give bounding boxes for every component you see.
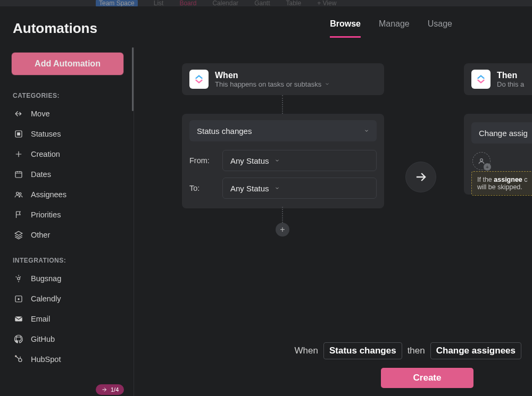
tab-manage[interactable]: Manage xyxy=(379,19,410,38)
sidebar-item-priorities[interactable]: Priorities xyxy=(12,205,125,225)
action-type-label: Change assig xyxy=(479,129,528,138)
svg-rect-2 xyxy=(15,172,22,178)
flow-arrow xyxy=(405,162,436,192)
create-button[interactable]: Create xyxy=(381,368,473,388)
view-list[interactable]: List xyxy=(154,0,164,6)
tab-usage[interactable]: Usage xyxy=(428,19,452,38)
sidebar-item-label: Bugsnag xyxy=(31,274,61,283)
sidebar-item-dates[interactable]: Dates xyxy=(12,164,125,184)
automation-canvas: When This happens on tasks or subtasks S… xyxy=(134,47,532,396)
action-card: Change assig + If the assignee c will be… xyxy=(464,114,532,195)
sidebar-scrollbar[interactable] xyxy=(132,47,134,111)
move-icon xyxy=(14,109,23,119)
view-board[interactable]: Board xyxy=(179,0,196,6)
sidebar-item-email[interactable]: Email xyxy=(12,309,125,329)
view-gantt[interactable]: Gantt xyxy=(254,0,270,6)
add-assignee-button[interactable]: + xyxy=(472,152,491,170)
then-title: Then xyxy=(497,71,524,80)
then-header-card[interactable]: Then Do this a xyxy=(464,63,532,95)
action-type-select[interactable]: Change assig xyxy=(471,122,532,144)
sidebar-item-assignees[interactable]: Assignees xyxy=(12,184,125,205)
clickup-icon xyxy=(189,70,209,89)
from-label: From: xyxy=(189,156,213,165)
space-badge[interactable]: Team Space xyxy=(96,0,138,6)
summary-when-pill[interactable]: Status changes xyxy=(323,342,402,359)
from-status-value: Any Status xyxy=(230,156,269,165)
view-table[interactable]: Table xyxy=(286,0,301,6)
summary-when-word: When xyxy=(295,346,318,356)
svg-point-11 xyxy=(480,159,483,162)
sidebar-item-label: Creation xyxy=(31,150,60,158)
bugsnag-icon xyxy=(14,274,23,283)
page-title: Automations xyxy=(13,20,97,37)
view-add[interactable]: + View xyxy=(317,0,336,6)
chevron-down-icon xyxy=(275,158,280,163)
sidebar-item-label: Calendly xyxy=(31,294,61,303)
plus-icon xyxy=(14,149,23,159)
summary-then-word: then xyxy=(408,346,425,356)
svg-point-9 xyxy=(19,359,22,362)
to-status-select[interactable]: Any Status xyxy=(222,178,377,199)
sidebar-item-hubspot[interactable]: HubSpot xyxy=(12,349,125,369)
sidebar-item-calendly[interactable]: Calendly xyxy=(12,289,125,309)
svg-point-10 xyxy=(15,356,16,357)
connector-line xyxy=(282,95,283,114)
then-subtitle: Do this a xyxy=(497,80,524,88)
from-status-select[interactable]: Any Status xyxy=(222,150,377,171)
clickup-icon xyxy=(471,70,491,89)
sidebar: Add Automation CATEGORIES: Move Statuses… xyxy=(0,47,134,396)
github-icon xyxy=(14,334,23,344)
hubspot-icon xyxy=(14,355,23,364)
sidebar-item-label: Assignees xyxy=(31,190,66,199)
svg-rect-8 xyxy=(15,317,22,322)
layers-icon xyxy=(14,230,23,240)
sidebar-item-other[interactable]: Other xyxy=(12,225,125,245)
header: Automations Browse Manage Usage xyxy=(0,6,532,38)
add-trigger-button[interactable]: + xyxy=(276,223,289,237)
sidebar-item-label: HubSpot xyxy=(31,355,61,364)
people-icon xyxy=(14,190,23,199)
svg-point-4 xyxy=(19,193,21,195)
plus-badge-icon: + xyxy=(484,163,491,171)
add-automation-button[interactable]: Add Automation xyxy=(12,53,123,75)
sidebar-item-creation[interactable]: Creation xyxy=(12,144,125,164)
chevron-down-icon xyxy=(275,186,280,191)
flag-icon xyxy=(14,210,23,220)
when-header-card[interactable]: When This happens on tasks or subtasks xyxy=(182,63,384,95)
sidebar-item-statuses[interactable]: Statuses xyxy=(12,124,125,144)
chevron-down-icon xyxy=(325,81,330,87)
sidebar-item-label: Other xyxy=(31,231,50,239)
trigger-card: Status changes From: Any Status To: Any … xyxy=(182,114,384,208)
trigger-type-label: Status changes xyxy=(197,127,252,136)
email-icon xyxy=(14,314,23,324)
when-subtitle[interactable]: This happens on tasks or subtasks xyxy=(215,80,330,88)
status-icon xyxy=(14,129,23,139)
connector-line xyxy=(282,207,283,223)
to-status-value: Any Status xyxy=(230,184,269,193)
sidebar-item-label: Statuses xyxy=(31,130,61,138)
sidebar-item-bugsnag[interactable]: Bugsnag xyxy=(12,268,125,289)
sidebar-item-label: Move xyxy=(31,109,49,118)
progress-badge[interactable]: 1/4 xyxy=(96,384,124,395)
automation-summary: When Status changes then Change assignee… xyxy=(295,342,521,359)
to-label: To: xyxy=(189,184,213,192)
summary-then-pill[interactable]: Change assignees xyxy=(430,342,521,359)
view-calendar[interactable]: Calendar xyxy=(212,0,238,6)
when-title: When xyxy=(215,71,330,80)
tab-browse[interactable]: Browse xyxy=(330,19,361,38)
builder-footer: When Status changes then Change assignee… xyxy=(268,332,532,396)
svg-rect-1 xyxy=(18,133,20,136)
header-tabs: Browse Manage Usage xyxy=(330,19,452,38)
svg-point-3 xyxy=(16,192,19,195)
integrations-heading: INTEGRATIONS: xyxy=(13,257,125,264)
trigger-type-select[interactable]: Status changes xyxy=(189,120,377,141)
sidebar-item-label: Dates xyxy=(31,170,51,179)
svg-point-5 xyxy=(18,277,20,280)
warning-note: If the assignee c will be skipped. xyxy=(471,171,532,196)
sidebar-item-github[interactable]: GitHub xyxy=(12,329,125,349)
svg-point-7 xyxy=(18,299,19,300)
calendly-icon xyxy=(14,294,23,304)
calendar-icon xyxy=(14,170,23,179)
sidebar-item-label: Email xyxy=(31,315,50,323)
sidebar-item-move[interactable]: Move xyxy=(12,104,125,124)
